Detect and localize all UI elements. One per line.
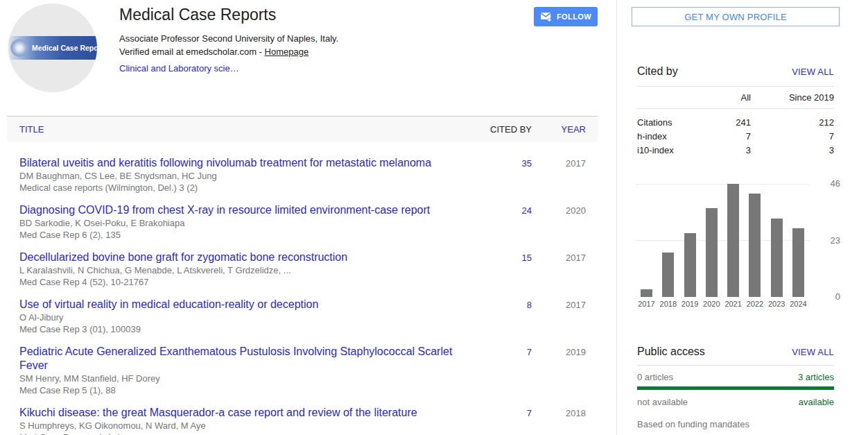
publication-authors: SM Henry, MM Stanfield, HF Dorey (19, 373, 461, 384)
chart-bar-2023[interactable] (766, 219, 788, 297)
cited-by-header-row: Cited by VIEW ALL (637, 65, 834, 78)
chart-year-label: 2024 (788, 300, 809, 308)
cited-by-heading: Cited by (637, 65, 678, 78)
available-count: 3 articles (798, 372, 834, 382)
publication-title-link[interactable]: Kikuchi disease: the great Masquerador-a… (19, 407, 417, 418)
public-access-progress-fill (637, 386, 834, 390)
metric-value-all: 3 (702, 145, 751, 155)
publication-title-link[interactable]: Decellularized bovine bone graft for zyg… (19, 251, 347, 263)
profile-verified-line: Verified email at emedscholar.com - Home… (119, 46, 309, 57)
publication-row: Kikuchi disease: the great Masquerador-a… (7, 406, 598, 435)
envelope-plus-icon (540, 12, 553, 22)
publication-row: Pediatric Acute Generalized Exanthematou… (7, 345, 598, 396)
content-sidebar-divider (616, 0, 617, 435)
sort-by-citations-header[interactable]: CITED BY (469, 124, 532, 135)
public-access-view-all-link[interactable]: VIEW ALL (792, 347, 834, 357)
chart-bar-2019[interactable] (679, 233, 701, 297)
publications-list: Bilateral uveitis and keratitis followin… (7, 142, 598, 435)
cited-by-count-link[interactable]: 7 (469, 345, 532, 357)
publication-venue: Medical case reports (Wilmington, Del.) … (19, 182, 461, 194)
cited-by-count-link[interactable]: 35 (469, 156, 532, 169)
publication-authors: BD Sarkodie, K Osei-Poku, E Brakohiapa (19, 217, 461, 229)
cited-by-count-link[interactable]: 8 (469, 298, 532, 310)
metric-row-h-index: h-index 7 7 (637, 129, 834, 143)
publication-title-link[interactable]: Pediatric Acute Generalized Exanthematou… (19, 346, 452, 371)
publication-authors: S Humphreys, KG Oikonomou, N Ward, M Aye (19, 420, 461, 432)
citation-metrics-table: Citations 241 212 h-index 7 7 i10-index … (637, 115, 834, 157)
chart-ytick-0: 0 (813, 291, 840, 302)
chart-bar-2018[interactable] (657, 253, 679, 297)
chart-year-label: 2019 (679, 300, 701, 308)
avatar-banner-title: Medical Case Reports (32, 36, 94, 60)
chart-bar-2017[interactable] (636, 289, 657, 297)
publication-authors: L Karalashvili, N Chichua, G Menabde, L … (19, 264, 461, 276)
publication-venue: Med Case Rep 3 (01), 100039 (19, 323, 461, 335)
interest-link[interactable]: Clinical and Laboratory scie… (119, 63, 239, 74)
publication-title-link[interactable]: Diagnosing COVID-19 from chest X-ray in … (19, 204, 430, 216)
profile-interests: Clinical and Laboratory scie… (119, 63, 239, 74)
publication-authors: DM Baughman, CS Lee, BE Snydsman, HC Jun… (19, 170, 461, 182)
cited-by-view-all-link[interactable]: VIEW ALL (792, 67, 834, 77)
not-available-label: not available (637, 397, 688, 407)
public-access-labels: not available available (637, 397, 834, 407)
metric-row-citations: Citations 241 212 (637, 115, 834, 129)
metric-value-since: 7 (751, 131, 834, 142)
metric-value-since: 3 (751, 145, 834, 155)
publication-venue: Med Case Reports 4, 1-4 (19, 432, 461, 435)
chart-year-label: 2021 (722, 300, 744, 308)
verified-email-text: Verified email at emedscholar.com - (119, 46, 265, 57)
cited-by-columns: All Since 2019 (637, 92, 834, 103)
publication-year: 2017 (532, 298, 586, 310)
chart-bar-2024[interactable] (788, 228, 809, 297)
chart-year-label: 2017 (636, 300, 657, 308)
chart-ytick-23: 23 (813, 235, 840, 246)
sort-by-year-header[interactable]: YEAR (532, 124, 586, 135)
cited-by-count-link[interactable]: 15 (469, 250, 532, 263)
metric-row-i10-index: i10-index 3 3 (637, 143, 834, 157)
avatar-banner-artwork (10, 39, 28, 57)
chart-year-label: 2020 (701, 300, 722, 308)
publication-venue: Med Case Rep 4 (52), 10-21767 (19, 276, 461, 288)
sort-by-title-header[interactable]: TITLE (19, 124, 469, 135)
profile-affiliation: Associate Professor Second University of… (119, 33, 338, 44)
public-access-progress-bar (637, 386, 834, 390)
publications-table: TITLE CITED BY YEAR Bilateral uveitis an… (7, 116, 598, 435)
profile-avatar: Medical Case Reports (8, 3, 97, 92)
chart-year-label: 2022 (744, 300, 765, 308)
chart-bar-2020[interactable] (701, 208, 722, 297)
chart-x-axis-labels: 20172018201920202021202220232024 (636, 300, 809, 308)
sidebar: GET MY OWN PROFILE Cited by VIEW ALL All… (631, 0, 840, 435)
publication-year: 2017 (532, 156, 586, 169)
funding-mandates-note: Based on funding mandates (637, 419, 749, 429)
publication-row: Bilateral uveitis and keratitis followin… (7, 156, 598, 194)
publication-year: 2018 (532, 406, 586, 418)
cited-by-count-link[interactable]: 7 (469, 406, 532, 418)
metric-label: h-index (637, 131, 702, 142)
homepage-link[interactable]: Homepage (265, 46, 309, 57)
public-access-counts: 0 articles 3 articles (637, 372, 834, 382)
cited-by-count-link[interactable]: 24 (469, 203, 532, 216)
follow-button[interactable]: FOLLOW (534, 7, 598, 26)
metric-label: i10-index (637, 145, 702, 155)
chart-bar-2022[interactable] (744, 194, 765, 297)
public-access-heading: Public access (637, 346, 705, 358)
publication-title-link[interactable]: Use of virtual reality in medical educat… (19, 298, 318, 310)
metric-value-all: 241 (702, 117, 751, 128)
metric-value-all: 7 (702, 131, 751, 142)
publication-row: Diagnosing COVID-19 from chest X-ray in … (7, 203, 598, 241)
not-available-count: 0 articles (637, 372, 673, 382)
chart-year-label: 2023 (766, 300, 788, 308)
publications-table-header: TITLE CITED BY YEAR (7, 116, 598, 142)
column-all: All (702, 92, 751, 103)
follow-button-label: FOLLOW (557, 12, 591, 21)
publication-venue: Med Case Rep 5 (1), 88 (19, 384, 461, 396)
publication-authors: O Al-Jibury (19, 312, 461, 323)
page-title: Medical Case Reports (119, 6, 276, 24)
get-my-own-profile-button[interactable]: GET MY OWN PROFILE (632, 7, 840, 26)
chart-ytick-46: 46 (813, 178, 840, 189)
publication-year: 2019 (532, 345, 586, 357)
publication-title-link[interactable]: Bilateral uveitis and keratitis followin… (19, 157, 431, 169)
public-access-header-row: Public access VIEW ALL (637, 346, 834, 358)
chart-bar-2021[interactable] (722, 184, 744, 297)
divider (637, 86, 834, 87)
